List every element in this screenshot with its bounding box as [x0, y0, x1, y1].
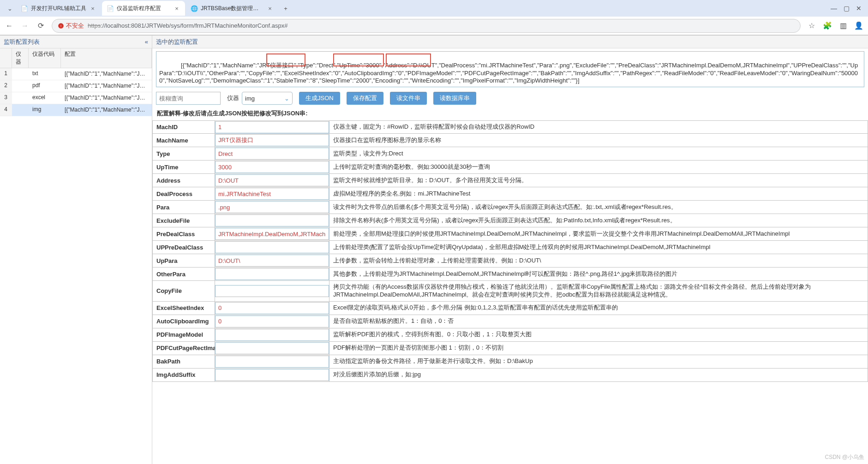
grid-row[interactable]: 4img[{"MachID":"1","MachName":"JRT仪…	[0, 104, 152, 116]
config-json-textarea[interactable]: [{"MachID":"1","MachName":"JRT仪器接口","Typ…	[156, 51, 864, 87]
close-icon[interactable]: ×	[173, 5, 180, 12]
close-icon[interactable]: ×	[266, 5, 274, 12]
close-window-icon[interactable]: ✕	[856, 5, 862, 12]
forward-button[interactable]: →	[20, 22, 30, 30]
config-value-input[interactable]	[215, 148, 329, 160]
config-description: 读文件时为文件带点的后缀名(多个用英文逗号分隔)，或者以regex开头后面跟正则…	[329, 201, 868, 214]
config-value-input[interactable]	[215, 329, 329, 341]
generate-json-button[interactable]: 生成JSON	[299, 92, 340, 105]
grid-header-code[interactable]: 仪器代码	[29, 48, 61, 68]
left-panel-title: 监听配置列表	[4, 38, 40, 46]
config-value-cell	[215, 214, 329, 227]
config-row: AutoClipboardImg是否自动监听粘贴板的图片。1：自动，0：否	[152, 315, 868, 328]
warning-icon: !	[58, 23, 64, 29]
config-value-cell	[215, 161, 329, 173]
config-row: UPPreDealClass上传前处理类(配置了监听会按UpTime定时调Qry…	[152, 241, 868, 254]
profile-icon[interactable]: 👤	[854, 21, 863, 30]
config-value-cell	[215, 302, 329, 315]
row-index: 2	[0, 80, 12, 92]
tab-1[interactable]: 📄 仪器监听程序配置 ×	[102, 1, 185, 16]
config-key: MachID	[153, 121, 215, 133]
config-value-input[interactable]	[215, 255, 329, 267]
back-button[interactable]: ←	[5, 22, 14, 30]
close-icon[interactable]: ×	[89, 5, 96, 12]
config-value-input[interactable]	[215, 356, 329, 368]
grid-row[interactable]: 2pdf[{"MachID":"1","MachName":"JRT仪…	[0, 80, 152, 92]
maximize-icon[interactable]: ▢	[844, 5, 850, 12]
extensions-icon[interactable]: 🧩	[823, 21, 832, 30]
config-description: 虚拟M处理程序的类全名,例如：mi.JRTMachineTest	[329, 187, 868, 200]
url-text: https://localhost:8081/JRTWeb/sys/form/f…	[88, 22, 795, 29]
save-config-button[interactable]: 保存配置	[347, 92, 383, 105]
config-value-input[interactable]	[215, 315, 329, 327]
config-description: 主动指定监听的备份文件路径，用于做新老并行读取文件。例如：D:\BakUp	[329, 355, 868, 368]
config-key: CopyFile	[153, 281, 215, 301]
collapse-left-icon[interactable]: «	[145, 38, 148, 45]
config-value-input[interactable]	[215, 214, 329, 226]
grid-header-name[interactable]: 仪器	[12, 48, 29, 68]
row-code: pdf	[29, 80, 61, 92]
bookmark-icon[interactable]: ☆	[807, 21, 816, 30]
config-grid: 仪器 仪器代码 配置 1txt[{"MachID":"1","MachName"…	[0, 48, 152, 464]
config-value-input[interactable]	[215, 285, 329, 297]
row-code: excel	[29, 92, 61, 104]
config-value-input[interactable]	[215, 241, 329, 253]
config-value-cell	[215, 254, 329, 267]
row-conf: [{"MachID":"1","MachName":"JRT仪…	[61, 80, 152, 92]
grid-row[interactable]: 1txt[{"MachID":"1","MachName":"JRT仪…	[0, 68, 152, 80]
tab-2[interactable]: 🌐 JRTBSBase数据管理工具 ×	[186, 1, 278, 16]
security-warning: ! 不安全	[58, 22, 84, 30]
config-value-input[interactable]	[215, 342, 329, 354]
config-value-cell	[215, 187, 329, 200]
tab-0[interactable]: 📄 开发打开URL辅助工具 ×	[16, 1, 101, 16]
tab-icon-dev: 📄	[21, 5, 28, 12]
config-description: 监听类型，读文件为:Drect	[329, 147, 868, 160]
config-value-input[interactable]	[215, 201, 329, 213]
read-file-button[interactable]: 读文件串	[390, 92, 427, 105]
new-tab-button[interactable]: +	[279, 2, 292, 15]
config-key: UpPara	[153, 254, 215, 267]
config-description: 上传前处理类(配置了监听会按UpTime定时调QryUpdata)，全部用虚拟M…	[329, 241, 868, 254]
config-value-cell	[215, 315, 329, 328]
config-description: 仪器接口在监听程序图标悬浮的显示名称	[329, 134, 868, 147]
config-value-input[interactable]	[215, 161, 329, 173]
grid-header-conf[interactable]: 配置	[61, 48, 152, 68]
form-caption: 配置解释-修改后请点生成JSON按钮把修改写到JSON串:	[152, 107, 868, 120]
reload-button[interactable]: ⟳	[36, 21, 45, 30]
config-description: 对没后缀图片添加的后缀，如:jpg	[329, 369, 868, 381]
config-row: MachID仪器主键，固定为：#RowID，监听获得配置时候会自动处理成仪器的R…	[152, 120, 868, 134]
grid-row[interactable]: 3excel[{"MachID":"1","MachName":"JRT仪…	[0, 92, 152, 104]
warning-text: 不安全	[66, 22, 84, 30]
config-row: ImgAddSuffix对没后缀图片添加的后缀，如:jpg	[152, 369, 868, 382]
row-conf: [{"MachID":"1","MachName":"JRT仪…	[61, 104, 152, 116]
config-value-input[interactable]	[215, 268, 329, 280]
config-value-input[interactable]	[215, 228, 329, 240]
row-index: 3	[0, 92, 12, 104]
config-key: ExcludeFile	[153, 214, 215, 227]
search-input[interactable]	[156, 92, 221, 105]
right-panel-header: 选中的监听配置	[152, 36, 868, 48]
reading-list-icon[interactable]: ▥	[838, 21, 848, 30]
config-row: PDFImageModel监听解析PDF图片的模式，空得到所有图。0：只取小图，…	[152, 328, 868, 342]
config-description: 监听文件时候就维护监听目录。如：D:\OUT。多个路径用英文逗号分隔。	[329, 174, 868, 187]
read-db-button[interactable]: 读数据库串	[433, 92, 476, 105]
config-row: UpTime上传时监听定时查询的毫秒数。例如:30000就是30秒一查询	[152, 161, 868, 174]
workspace: 监听配置列表 « 仪器 仪器代码 配置 1txt[{"MachID":"1","…	[0, 36, 868, 464]
tab-bar: ⌄ 📄 开发打开URL辅助工具 × 📄 仪器监听程序配置 × 🌐 JRTBSBa…	[0, 0, 868, 17]
right-panel: 选中的监听配置 [{"MachID":"1","MachName":"JRT仪器…	[152, 36, 868, 464]
config-description: PDF解析处理的一页图片是否切割矩形小图 1：切割，0：不切割	[329, 342, 868, 355]
config-value-input[interactable]	[215, 302, 329, 314]
config-value-input[interactable]	[215, 369, 329, 381]
instrument-combo[interactable]: img ⌄	[242, 92, 293, 105]
url-bar[interactable]: ! 不安全 https://localhost:8081/JRTWeb/sys/…	[52, 19, 801, 33]
globe-icon: 🌐	[191, 5, 198, 12]
tabs-dropdown[interactable]: ⌄	[4, 5, 16, 12]
config-value-input[interactable]	[215, 121, 329, 133]
config-value-input[interactable]	[215, 188, 329, 200]
config-key: PreDealClass	[153, 227, 215, 240]
config-value-cell	[215, 121, 329, 133]
config-value-input[interactable]	[215, 174, 329, 186]
config-value-input[interactable]	[215, 134, 329, 146]
minimize-icon[interactable]: —	[831, 5, 837, 12]
config-key: ImgAddSuffix	[153, 369, 215, 381]
